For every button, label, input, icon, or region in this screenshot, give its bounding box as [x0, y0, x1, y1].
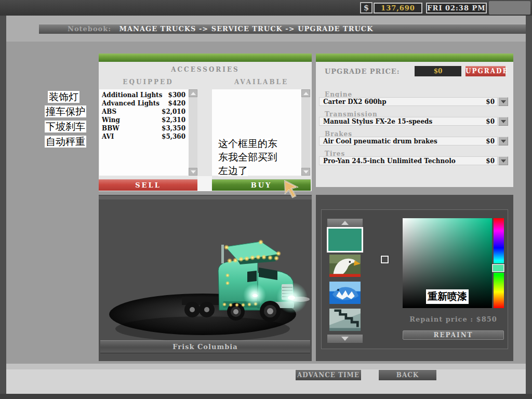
stairs-swatch-image	[328, 309, 362, 331]
repaint-price: Repaint price : $850	[403, 315, 504, 323]
footer-band	[6, 369, 526, 394]
item-price: $3,350	[162, 125, 185, 132]
truck-panel-strip	[99, 196, 312, 200]
item-name: ABS	[102, 108, 116, 115]
top-right-panel	[489, 1, 530, 15]
swatch-eagle[interactable]	[328, 255, 362, 277]
item-name: Additional Lights	[102, 91, 162, 99]
chevron-down-icon[interactable]	[498, 137, 508, 145]
scroll-down-icon[interactable]	[189, 168, 197, 176]
engine-select[interactable]: Carter DX2 600hp $0	[319, 97, 498, 106]
annotation-auto-weighing: 自动秤重	[45, 136, 86, 148]
tires-value: Pro-Yan 24.5-inch Unlimited Technolo	[323, 157, 456, 165]
item-price: $2,310	[162, 116, 185, 124]
upgrade-price-value: $0	[415, 66, 461, 76]
breadcrumb-path: MANAGE TRUCKS -> SERVICE TRUCK -> UPGRAD…	[119, 25, 374, 33]
engine-value: Carter DX2 600hp	[323, 98, 387, 106]
list-item[interactable]: Wing $2,310	[99, 116, 189, 125]
swatch-shark[interactable]	[328, 282, 362, 304]
bottom-frame-bar	[0, 394, 532, 399]
left-frame-edge	[0, 16, 6, 394]
truck-preview-panel: Frisk Columbia	[99, 195, 312, 361]
list-item[interactable]: BBW $3,350	[99, 125, 189, 133]
money-display: 137,690	[374, 3, 422, 14]
brakes-value: Air Cool pneumatic drum brakes	[323, 137, 437, 145]
breadcrumb: Notebook: MANAGE TRUCKS -> SERVICE TRUCK…	[39, 24, 526, 34]
equipped-header: EQUIPPED	[99, 78, 197, 86]
item-price: $300	[168, 91, 185, 99]
item-price: $5,360	[162, 133, 185, 140]
shark-swatch-image	[328, 282, 362, 304]
transmission-price: $0	[486, 117, 495, 126]
eagle-swatch-image	[328, 255, 362, 277]
accessories-title: ACCESSORIES	[99, 66, 312, 73]
repaint-button[interactable]: REPAINT	[403, 330, 504, 340]
breadcrumb-label: Notebook:	[68, 25, 111, 33]
annotation-downhill-brakes: 下坡刹车	[45, 121, 86, 132]
scroll-up-icon[interactable]	[189, 89, 197, 97]
equipped-scrollbar[interactable]	[189, 89, 197, 176]
brakes-price: $0	[486, 137, 495, 145]
upgrade-panel: UPGRADE PRICE: $0 UPGRADE Engine Carter …	[316, 54, 513, 187]
right-frame-edge	[526, 16, 532, 394]
tires-price: $0	[486, 157, 495, 165]
available-scrollbar[interactable]	[301, 89, 310, 176]
accessories-header-strip	[99, 54, 312, 62]
tires-select[interactable]: Pro-Yan 24.5-inch Unlimited Technolo $0	[319, 156, 498, 165]
upgrade-header-strip	[316, 54, 513, 62]
list-item[interactable]: Advanced Lights $420	[99, 100, 189, 108]
color-picker-marker[interactable]	[381, 256, 389, 263]
equipped-list[interactable]: Additional Lights $300 Advanced Lights $…	[99, 89, 197, 176]
available-header: AVAILABLE	[212, 78, 311, 86]
item-price: $2,010	[162, 108, 185, 115]
hue-slider[interactable]	[494, 218, 504, 308]
chevron-down-icon[interactable]	[498, 156, 508, 165]
item-name: AVI	[102, 133, 114, 140]
lower-band	[6, 364, 526, 369]
swatch-scroll-up-icon[interactable]	[327, 219, 363, 227]
cursor-icon	[283, 180, 299, 198]
dollar-icon: $	[360, 2, 373, 14]
repaint-annotation: 重新喷漆	[426, 289, 469, 304]
datetime-display: FRI 02:38 PM	[426, 3, 487, 14]
swatch-teal-solid[interactable]	[328, 229, 362, 251]
accessories-panel: ACCESSORIES EQUIPPED AVAILABLE Additiona…	[99, 54, 312, 191]
upgrade-button[interactable]: UPGRADE	[466, 66, 506, 76]
chevron-down-icon[interactable]	[498, 117, 508, 126]
annotation-crash-protection: 撞车保护	[45, 105, 86, 117]
paint-panel: 重新喷漆 Repaint price : $850 REPAINT	[316, 195, 513, 361]
sell-button[interactable]: SELL	[99, 179, 197, 191]
transmission-value: Manual Stylus FX-2e 15-speeds	[323, 117, 432, 126]
item-name: Wing	[102, 116, 120, 124]
swatch-metal-stairs[interactable]	[328, 309, 362, 331]
list-item[interactable]: ABS $2,010	[99, 108, 189, 116]
swatch-scroll-down-icon[interactable]	[327, 335, 363, 343]
brakes-select[interactable]: Air Cool pneumatic drum brakes $0	[319, 137, 498, 145]
scroll-down-icon[interactable]	[301, 168, 310, 176]
chevron-down-icon[interactable]	[498, 97, 508, 106]
available-note-annotation: 这个框里的东东我全部买到左边了	[218, 137, 281, 178]
list-item[interactable]: AVI $5,360	[99, 133, 189, 141]
item-price: $420	[168, 100, 185, 107]
transmission-select[interactable]: Manual Stylus FX-2e 15-speeds $0	[319, 117, 498, 126]
annotation-decorative-lights: 装饰灯	[48, 91, 79, 103]
back-button[interactable]: BACK	[378, 369, 437, 381]
list-item[interactable]: Additional Lights $300	[99, 91, 189, 100]
item-name: BBW	[102, 125, 119, 132]
engine-price: $0	[486, 98, 495, 106]
upgrade-price-label: UPGRADE PRICE:	[325, 68, 400, 75]
button-gap	[197, 176, 212, 191]
truck-image	[99, 195, 312, 361]
scroll-up-icon[interactable]	[301, 89, 310, 97]
advance-time-button[interactable]: ADVANCE TIME	[295, 369, 362, 381]
hue-slider-marker[interactable]	[492, 264, 504, 272]
available-list[interactable]: 这个框里的东东我全部买到左边了	[212, 89, 310, 176]
item-name: Advanced Lights	[102, 100, 159, 107]
truck-name: Frisk Columbia	[100, 340, 310, 353]
